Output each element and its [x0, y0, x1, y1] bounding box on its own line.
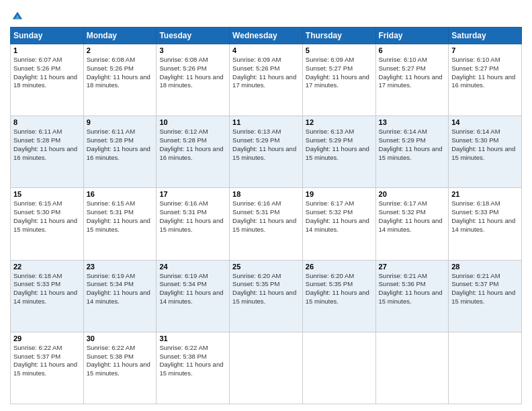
calendar-cell [375, 332, 449, 404]
day-detail: Sunrise: 6:08 AMSunset: 5:26 PMDaylight:… [87, 56, 154, 90]
logo [10, 9, 24, 21]
day-number: 11 [232, 118, 300, 126]
day-number: 30 [87, 334, 154, 342]
day-number: 6 [379, 46, 446, 54]
day-number: 1 [13, 46, 81, 54]
calendar-cell: 25 Sunrise: 6:20 AMSunset: 5:35 PMDaylig… [230, 260, 303, 332]
day-detail: Sunrise: 6:09 AMSunset: 5:27 PMDaylight:… [306, 56, 373, 90]
day-number: 7 [451, 46, 519, 54]
calendar-cell: 3 Sunrise: 6:08 AMSunset: 5:26 PMDayligh… [157, 44, 230, 116]
day-number: 22 [13, 263, 81, 271]
calendar-cell: 6 Sunrise: 6:10 AMSunset: 5:27 PMDayligh… [375, 44, 449, 116]
day-detail: Sunrise: 6:09 AMSunset: 5:26 PMDaylight:… [232, 56, 300, 90]
day-number: 24 [159, 263, 226, 271]
calendar-page: SundayMondayTuesdayWednesdayThursdayFrid… [0, 0, 532, 411]
day-number: 29 [13, 334, 81, 342]
day-number: 2 [87, 46, 154, 54]
day-number: 9 [87, 118, 154, 126]
day-number: 3 [159, 46, 226, 54]
day-number: 4 [232, 46, 300, 54]
calendar-cell [230, 332, 303, 404]
day-number: 12 [306, 118, 373, 126]
day-number: 21 [451, 190, 519, 198]
calendar-week-row: 29 Sunrise: 6:22 AMSunset: 5:37 PMDaylig… [11, 332, 522, 404]
calendar-cell: 29 Sunrise: 6:22 AMSunset: 5:37 PMDaylig… [11, 332, 84, 404]
day-number: 10 [159, 118, 226, 126]
calendar-week-row: 8 Sunrise: 6:11 AMSunset: 5:28 PMDayligh… [11, 116, 522, 188]
calendar-cell: 1 Sunrise: 6:07 AMSunset: 5:26 PMDayligh… [11, 44, 84, 116]
calendar-cell: 22 Sunrise: 6:18 AMSunset: 5:33 PMDaylig… [11, 260, 84, 332]
calendar-header-row: SundayMondayTuesdayWednesdayThursdayFrid… [11, 28, 522, 44]
day-detail: Sunrise: 6:17 AMSunset: 5:32 PMDaylight:… [379, 199, 446, 234]
day-detail: Sunrise: 6:18 AMSunset: 5:33 PMDaylight:… [451, 199, 519, 234]
day-number: 15 [13, 190, 81, 198]
calendar-cell: 19 Sunrise: 6:17 AMSunset: 5:32 PMDaylig… [302, 188, 375, 260]
day-detail: Sunrise: 6:20 AMSunset: 5:35 PMDaylight:… [232, 272, 300, 306]
calendar-cell: 14 Sunrise: 6:14 AMSunset: 5:30 PMDaylig… [449, 116, 522, 188]
header [10, 7, 522, 21]
calendar-cell: 26 Sunrise: 6:20 AMSunset: 5:35 PMDaylig… [302, 260, 375, 332]
calendar-day-header: Friday [375, 28, 449, 44]
day-detail: Sunrise: 6:20 AMSunset: 5:35 PMDaylight:… [306, 272, 373, 306]
day-detail: Sunrise: 6:21 AMSunset: 5:36 PMDaylight:… [379, 272, 446, 306]
day-detail: Sunrise: 6:10 AMSunset: 5:27 PMDaylight:… [379, 56, 446, 90]
calendar-day-header: Wednesday [230, 28, 303, 44]
calendar-cell: 24 Sunrise: 6:19 AMSunset: 5:34 PMDaylig… [157, 260, 230, 332]
calendar-cell: 8 Sunrise: 6:11 AMSunset: 5:28 PMDayligh… [11, 116, 84, 188]
day-detail: Sunrise: 6:11 AMSunset: 5:28 PMDaylight:… [87, 128, 154, 162]
calendar-cell: 11 Sunrise: 6:13 AMSunset: 5:29 PMDaylig… [230, 116, 303, 188]
day-detail: Sunrise: 6:08 AMSunset: 5:26 PMDaylight:… [159, 56, 226, 90]
day-detail: Sunrise: 6:12 AMSunset: 5:28 PMDaylight:… [159, 128, 226, 162]
day-detail: Sunrise: 6:19 AMSunset: 5:34 PMDaylight:… [87, 272, 154, 306]
logo-icon [11, 9, 24, 21]
day-number: 20 [379, 190, 446, 198]
calendar-cell: 12 Sunrise: 6:13 AMSunset: 5:29 PMDaylig… [302, 116, 375, 188]
day-number: 17 [159, 190, 226, 198]
calendar-cell: 7 Sunrise: 6:10 AMSunset: 5:27 PMDayligh… [449, 44, 522, 116]
calendar-day-header: Thursday [302, 28, 375, 44]
day-number: 26 [306, 263, 373, 271]
day-detail: Sunrise: 6:13 AMSunset: 5:29 PMDaylight:… [232, 128, 300, 162]
calendar-cell: 21 Sunrise: 6:18 AMSunset: 5:33 PMDaylig… [449, 188, 522, 260]
day-detail: Sunrise: 6:07 AMSunset: 5:26 PMDaylight:… [13, 56, 81, 90]
day-detail: Sunrise: 6:13 AMSunset: 5:29 PMDaylight:… [306, 128, 373, 162]
calendar-day-header: Tuesday [157, 28, 230, 44]
day-number: 31 [159, 334, 226, 342]
day-number: 14 [451, 118, 519, 126]
day-detail: Sunrise: 6:19 AMSunset: 5:34 PMDaylight:… [159, 272, 226, 306]
calendar-cell: 30 Sunrise: 6:22 AMSunset: 5:38 PMDaylig… [83, 332, 157, 404]
calendar-cell [449, 332, 522, 404]
calendar-cell: 4 Sunrise: 6:09 AMSunset: 5:26 PMDayligh… [230, 44, 303, 116]
day-number: 23 [87, 263, 154, 271]
calendar-table: SundayMondayTuesdayWednesdayThursdayFrid… [10, 27, 522, 404]
calendar-cell: 2 Sunrise: 6:08 AMSunset: 5:26 PMDayligh… [83, 44, 157, 116]
calendar-cell: 20 Sunrise: 6:17 AMSunset: 5:32 PMDaylig… [375, 188, 449, 260]
calendar-cell: 27 Sunrise: 6:21 AMSunset: 5:36 PMDaylig… [375, 260, 449, 332]
calendar-day-header: Saturday [449, 28, 522, 44]
day-number: 19 [306, 190, 373, 198]
calendar-cell: 31 Sunrise: 6:22 AMSunset: 5:38 PMDaylig… [157, 332, 230, 404]
calendar-week-row: 1 Sunrise: 6:07 AMSunset: 5:26 PMDayligh… [11, 44, 522, 116]
calendar-cell [302, 332, 375, 404]
day-number: 25 [232, 263, 300, 271]
calendar-cell: 18 Sunrise: 6:16 AMSunset: 5:31 PMDaylig… [230, 188, 303, 260]
day-number: 5 [306, 46, 373, 54]
day-number: 27 [379, 263, 446, 271]
day-detail: Sunrise: 6:18 AMSunset: 5:33 PMDaylight:… [13, 272, 81, 306]
calendar-cell: 13 Sunrise: 6:14 AMSunset: 5:29 PMDaylig… [375, 116, 449, 188]
calendar-day-header: Monday [83, 28, 157, 44]
day-detail: Sunrise: 6:22 AMSunset: 5:38 PMDaylight:… [159, 344, 226, 378]
calendar-day-header: Sunday [11, 28, 84, 44]
calendar-cell: 9 Sunrise: 6:11 AMSunset: 5:28 PMDayligh… [83, 116, 157, 188]
calendar-cell: 17 Sunrise: 6:16 AMSunset: 5:31 PMDaylig… [157, 188, 230, 260]
day-detail: Sunrise: 6:16 AMSunset: 5:31 PMDaylight:… [232, 199, 300, 234]
calendar-week-row: 22 Sunrise: 6:18 AMSunset: 5:33 PMDaylig… [11, 260, 522, 332]
day-detail: Sunrise: 6:14 AMSunset: 5:30 PMDaylight:… [451, 128, 519, 162]
day-detail: Sunrise: 6:14 AMSunset: 5:29 PMDaylight:… [379, 128, 446, 162]
day-detail: Sunrise: 6:17 AMSunset: 5:32 PMDaylight:… [306, 199, 373, 234]
day-number: 13 [379, 118, 446, 126]
day-detail: Sunrise: 6:10 AMSunset: 5:27 PMDaylight:… [451, 56, 519, 90]
day-detail: Sunrise: 6:22 AMSunset: 5:38 PMDaylight:… [87, 344, 154, 378]
calendar-cell: 23 Sunrise: 6:19 AMSunset: 5:34 PMDaylig… [83, 260, 157, 332]
day-detail: Sunrise: 6:15 AMSunset: 5:30 PMDaylight:… [13, 199, 81, 234]
